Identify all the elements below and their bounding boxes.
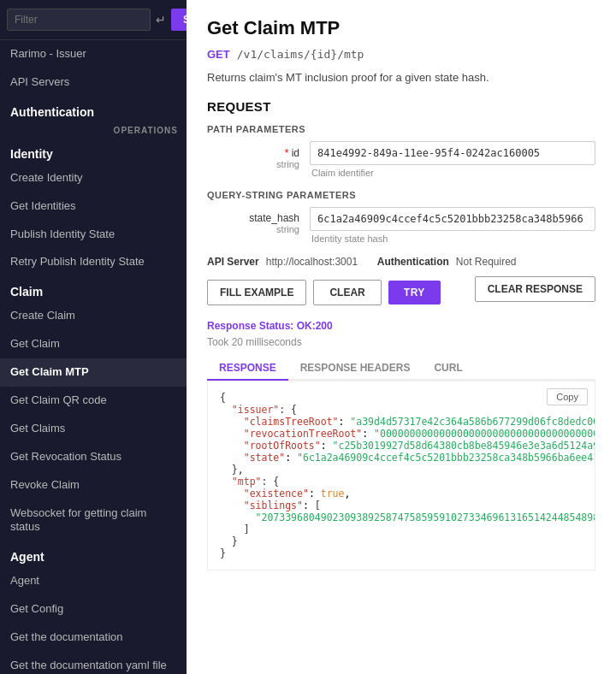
fill-example-button[interactable]: FILL EXAMPLE — [207, 280, 306, 305]
sidebar-item-get-identities[interactable]: Get Identities — [0, 192, 187, 221]
response-tabs: RESPONSE RESPONSE HEADERS CURL — [207, 357, 595, 381]
tab-response[interactable]: RESPONSE — [207, 357, 288, 381]
response-time-row: Took 20 milliseconds — [207, 335, 595, 348]
api-server-value: http://localhost:3001 — [266, 256, 358, 268]
param-id-type: string — [207, 159, 299, 169]
param-state-hash-name: state_hash — [207, 212, 299, 224]
clear-button[interactable]: CLEAR — [313, 280, 381, 305]
clear-response-button[interactable]: CLEAR RESPONSE — [475, 276, 595, 302]
param-id-name: id — [292, 147, 299, 159]
query-param-state-hash: state_hash string Identity state hash — [207, 207, 595, 244]
sidebar-item-create-claim[interactable]: Create Claim — [0, 302, 187, 330]
method-url-row: GET /v1/claims/{id}/mtp — [207, 48, 595, 61]
request-section-heading: REQUEST — [207, 99, 595, 114]
path-parameters-section: PATH PARAMETERS * id string Claim identi… — [207, 124, 595, 178]
path-param-id: * id string Claim identifier — [207, 141, 595, 178]
enter-icon: ↵ — [156, 13, 166, 27]
api-server-label: API Server — [207, 256, 259, 268]
sidebar-item-websocket-getting-claim-status[interactable]: Websocket for getting claim status — [0, 500, 187, 542]
response-status-row: Response Status: OK:200 — [207, 319, 595, 332]
param-id-description: Claim identifier — [310, 168, 595, 178]
api-server-row: API Server http://localhost:3001 Authent… — [207, 256, 595, 268]
sidebar-item-get-revocation-status[interactable]: Get Revocation Status — [0, 443, 187, 471]
sidebar-item-get-the-documentation[interactable]: Get the documentation — [0, 624, 187, 652]
sidebar-item-get-claims[interactable]: Get Claims — [0, 415, 187, 443]
action-buttons: FILL EXAMPLE CLEAR TRY CLEAR RESPONSE — [207, 276, 595, 309]
sidebar-item-agent[interactable]: Agent — [0, 567, 187, 595]
filter-input[interactable] — [7, 9, 151, 31]
tab-response-headers[interactable]: RESPONSE HEADERS — [288, 357, 423, 381]
response-json: { "issuer": { "claimsTreeRoot": "a39d4d5… — [220, 392, 583, 559]
page-title: Get Claim MTP — [207, 17, 595, 39]
response-time-text: Took 20 milliseconds — [207, 336, 302, 348]
query-params-label: QUERY-STRING PARAMETERS — [207, 190, 595, 200]
sidebar-item-get-claim[interactable]: Get Claim — [0, 330, 187, 358]
sidebar-item-get-config[interactable]: Get Config — [0, 595, 187, 624]
param-id-input[interactable] — [310, 141, 595, 165]
sidebar-item-rarimo-issuer[interactable]: Rarimo - Issuer — [0, 40, 187, 68]
sidebar-item-create-identity[interactable]: Create Identity — [0, 164, 187, 192]
param-state-hash-description: Identity state hash — [310, 234, 595, 244]
http-method-badge: GET — [207, 48, 230, 61]
tab-curl[interactable]: CURL — [422, 357, 474, 381]
path-params-label: PATH PARAMETERS — [207, 124, 595, 134]
sidebar-item-get-claim-mtp[interactable]: Get Claim MTP — [0, 358, 187, 387]
sidebar-item-publish-identity-state[interactable]: Publish Identity State — [0, 221, 187, 249]
sidebar-group-authentication[interactable]: Authentication — [0, 97, 187, 122]
query-parameters-section: QUERY-STRING PARAMETERS state_hash strin… — [207, 190, 595, 244]
sidebar-item-revoke-claim[interactable]: Revoke Claim — [0, 471, 187, 500]
operations-label: OPERATIONS — [0, 122, 187, 139]
endpoint-description: Returns claim's MT inclusion proof for a… — [207, 71, 595, 84]
sidebar-group-claim[interactable]: Claim — [0, 276, 187, 302]
sidebar: ↵ SEARCH Rarimo - Issuer API Servers Aut… — [0, 0, 187, 674]
response-status-text: Response Status: OK:200 — [207, 320, 333, 332]
response-body: Copy { "issuer": { "claimsTreeRoot": "a3… — [207, 381, 595, 571]
sidebar-search-bar: ↵ SEARCH — [0, 0, 187, 40]
search-button[interactable]: SEARCH — [171, 9, 187, 31]
try-button[interactable]: TRY — [388, 281, 441, 304]
param-state-hash-type: string — [207, 224, 299, 234]
param-required-star: * — [285, 147, 292, 159]
sidebar-item-get-claim-qr-code[interactable]: Get Claim QR code — [0, 387, 187, 415]
endpoint-url: /v1/claims/{id}/mtp — [237, 48, 364, 61]
auth-value: Not Required — [456, 256, 517, 268]
sidebar-item-api-servers[interactable]: API Servers — [0, 68, 187, 97]
sidebar-group-agent[interactable]: Agent — [0, 541, 187, 567]
copy-button[interactable]: Copy — [547, 388, 588, 405]
sidebar-item-retry-publish-identity-state[interactable]: Retry Publish Identity State — [0, 248, 187, 276]
sidebar-item-get-the-documentation-yaml[interactable]: Get the documentation yaml file — [0, 652, 187, 674]
param-state-hash-input[interactable] — [310, 207, 595, 231]
main-content: Get Claim MTP GET /v1/claims/{id}/mtp Re… — [187, 0, 616, 674]
sidebar-group-identity[interactable]: Identity — [0, 139, 187, 164]
auth-label: Authentication — [377, 256, 449, 268]
